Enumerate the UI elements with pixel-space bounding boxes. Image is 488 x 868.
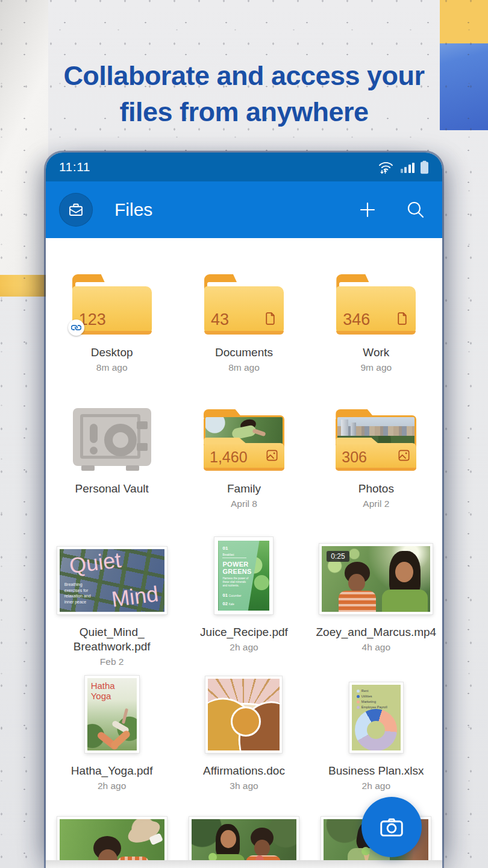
link-icon bbox=[71, 322, 81, 333]
phone-bottom-edge bbox=[46, 860, 442, 868]
folder-tile-work[interactable]: 346 Work 9m ago bbox=[310, 267, 442, 374]
file-tile-business-plan[interactable]: Rent Utilities Marketing Employee Payrol… bbox=[310, 676, 442, 793]
file-name: Affirmations.doc bbox=[203, 764, 285, 778]
battery-icon bbox=[420, 160, 429, 174]
account-avatar[interactable] bbox=[59, 193, 93, 227]
video-thumbnail: 0:25 bbox=[319, 544, 433, 614]
folder-meta: April 8 bbox=[231, 497, 257, 511]
signal-bars-icon bbox=[401, 163, 415, 174]
app-bar: Files bbox=[46, 181, 442, 238]
briefcase-icon bbox=[67, 201, 85, 219]
add-button[interactable] bbox=[357, 199, 378, 221]
folder-tile-desktop[interactable]: 123 Desktop 8m ago bbox=[46, 267, 178, 374]
folder-tile-photos[interactable]: 306 Photos April 2 bbox=[310, 403, 442, 511]
pdf-thumbnail: Quiet Mind Breathing exercises for relax… bbox=[57, 547, 167, 614]
folder-meta: 8m ago bbox=[96, 361, 128, 374]
photo-folder-icon: 1,460 bbox=[204, 409, 284, 471]
cover-word: Quiet bbox=[67, 547, 122, 579]
file-name: Hatha_Yoga.pdf bbox=[71, 764, 153, 778]
files-grid: 123 Desktop 8m ago bbox=[46, 238, 442, 868]
image-icon bbox=[397, 448, 411, 462]
pdf-thumbnail: 01 Breakfast POWER GREENS Harness the po… bbox=[214, 537, 273, 614]
cover-title: POWER GREENS bbox=[222, 561, 254, 575]
shared-link-badge bbox=[68, 319, 84, 336]
status-icons bbox=[377, 160, 430, 174]
wifi-updown-icon bbox=[377, 160, 395, 174]
folder-count: 306 bbox=[342, 448, 367, 466]
doc-thumbnail bbox=[205, 676, 282, 753]
folder-meta: 9m ago bbox=[360, 361, 392, 374]
folder-tile-documents[interactable]: 43 Documents 8m ago bbox=[178, 267, 310, 374]
status-bar: 11:11 bbox=[46, 153, 442, 181]
file-tile-zoey-video[interactable]: 0:25 Zoey_and_Marcus.mp4 4h ago bbox=[310, 537, 442, 668]
document-icon bbox=[263, 311, 278, 326]
photo-folder-icon: 306 bbox=[336, 409, 416, 471]
file-tile-hatha-yoga[interactable]: Hatha Yoga Hatha_Yoga.pdf 2h ago bbox=[46, 676, 178, 793]
folder-name: Work bbox=[363, 345, 389, 360]
vault-icon bbox=[73, 408, 151, 471]
folder-icon: 43 bbox=[204, 274, 284, 335]
page-title: Files bbox=[114, 200, 357, 220]
file-meta: 3h ago bbox=[230, 779, 258, 793]
file-tile-quiet-mind[interactable]: Quiet Mind Breathing exercises for relax… bbox=[46, 537, 178, 668]
folder-meta: 8m ago bbox=[228, 361, 260, 374]
cover-caption: Breathing exercises for relaxation and i… bbox=[64, 582, 99, 605]
folder-name: Photos bbox=[358, 482, 394, 496]
folder-icon: 123 bbox=[72, 274, 152, 335]
donut-chart bbox=[355, 709, 397, 751]
cover-subtitle: Harness the power of these vital mineral… bbox=[222, 577, 250, 588]
folder-tile-personal-vault[interactable]: Personal Vault bbox=[46, 403, 178, 511]
hero-section: Collaborate and access your files from a… bbox=[0, 58, 488, 131]
file-meta: Feb 2 bbox=[100, 655, 124, 668]
file-meta: 2h ago bbox=[98, 779, 126, 793]
folder-count: 346 bbox=[343, 310, 370, 329]
search-button[interactable] bbox=[405, 199, 427, 221]
file-name: Quiet_Mind_ Breathwork.pdf bbox=[74, 625, 151, 654]
file-meta: 4h ago bbox=[362, 641, 390, 654]
file-meta: 2h ago bbox=[362, 779, 390, 793]
file-tile-affirmations[interactable]: Affirmations.doc 3h ago bbox=[178, 676, 310, 793]
image-icon bbox=[265, 448, 279, 462]
folder-count: 43 bbox=[211, 310, 229, 329]
spreadsheet-thumbnail: Rent Utilities Marketing Employee Payrol… bbox=[349, 682, 403, 753]
file-meta: 2h ago bbox=[230, 641, 258, 654]
file-name: Business Plan.xlsx bbox=[328, 764, 424, 778]
file-name: Zoey_and_Marcus.mp4 bbox=[316, 625, 437, 640]
pdf-thumbnail: Hatha Yoga bbox=[85, 676, 139, 753]
document-icon bbox=[395, 311, 410, 326]
file-name: Juice_Recipe.pdf bbox=[200, 625, 288, 640]
folder-name: Family bbox=[227, 482, 261, 496]
yellow-paper-right bbox=[440, 0, 488, 43]
folder-name: Documents bbox=[215, 345, 273, 360]
camera-fab[interactable] bbox=[361, 797, 422, 857]
video-duration-badge: 0:25 bbox=[327, 551, 349, 562]
hero-headline: Collaborate and access your files from a… bbox=[39, 58, 449, 131]
clock: 11:11 bbox=[59, 160, 90, 174]
cover-word: Mind bbox=[110, 581, 160, 612]
cover-title: Hatha Yoga bbox=[91, 681, 115, 702]
folder-name: Desktop bbox=[91, 345, 133, 360]
phone-mockup: 11:11 Files bbox=[46, 153, 442, 868]
camera-icon bbox=[378, 813, 405, 841]
file-tile-juice-recipe[interactable]: 01 Breakfast POWER GREENS Harness the po… bbox=[178, 537, 310, 668]
folder-name: Personal Vault bbox=[75, 482, 149, 496]
cover-tag: Breakfast bbox=[222, 553, 246, 558]
folder-tile-family[interactable]: 1,460 Family April 8 bbox=[178, 403, 310, 511]
folder-icon: 346 bbox=[336, 274, 416, 335]
folder-count: 1,460 bbox=[210, 448, 248, 466]
folder-meta: April 2 bbox=[363, 497, 389, 511]
white-paper-left bbox=[0, 0, 48, 275]
